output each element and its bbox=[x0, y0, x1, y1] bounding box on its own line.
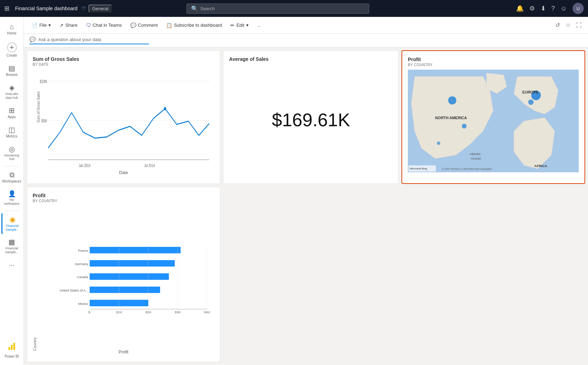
feedback-icon[interactable]: ☺ bbox=[561, 5, 567, 12]
svg-text:$5M: $5M bbox=[41, 119, 47, 123]
svg-text:Jan 2014: Jan 2014 bbox=[79, 163, 91, 168]
toolbar-right: ↺ ☆ ⛶ bbox=[553, 20, 584, 31]
sidebar-item-apps[interactable]: ⊞ Apps bbox=[1, 104, 22, 122]
sidebar-item-onelake[interactable]: ◈ OneLakedata hub bbox=[1, 81, 22, 103]
svg-point-14 bbox=[462, 124, 467, 129]
gross-sales-title: Sum of Gross Sales bbox=[33, 56, 214, 62]
ask-question-input-area[interactable]: 💬 Ask a question about your data bbox=[30, 37, 149, 44]
main-layout: ⌂ Home + Create ▤ Browse ◈ OneLakedata h… bbox=[0, 17, 588, 365]
financial2-icon: ▦ bbox=[8, 238, 15, 245]
svg-text:$10M: $10M bbox=[40, 79, 47, 84]
download-icon[interactable]: ⬇ bbox=[541, 5, 546, 12]
svg-point-13 bbox=[448, 96, 456, 104]
svg-text:Microsoft Bing: Microsoft Bing bbox=[410, 167, 427, 170]
svg-text:Ocean: Ocean bbox=[471, 156, 481, 160]
svg-point-17 bbox=[528, 100, 534, 105]
nav-icon-group: 🔔 ⚙ ⬇ ? ☺ U bbox=[516, 3, 584, 14]
bar-chart-svg: France Germany Canada United States of A… bbox=[38, 206, 214, 351]
sidebar-item-home[interactable]: ⌂ Home bbox=[1, 20, 22, 38]
svg-rect-0 bbox=[8, 347, 10, 350]
sidebar-item-more[interactable]: ··· bbox=[1, 258, 22, 271]
avg-sales-title: Average of Sales bbox=[229, 56, 393, 62]
monitoring-icon: ◎ bbox=[9, 146, 15, 153]
share-icon: ↗ bbox=[59, 23, 64, 28]
sidebar-divider-2 bbox=[5, 211, 19, 211]
avg-sales-value: $169.61K bbox=[272, 109, 350, 130]
svg-text:$1M: $1M bbox=[116, 310, 122, 314]
profit-map-subtitle: BY COUNTRY bbox=[408, 63, 579, 67]
financial1-icon: ◉ bbox=[9, 216, 15, 223]
gross-sales-subtitle: BY DATE bbox=[33, 63, 214, 66]
favorite-button[interactable]: ☆ bbox=[563, 20, 573, 31]
comment-button[interactable]: 💬 Comment bbox=[127, 20, 161, 30]
more-icon: ··· bbox=[9, 261, 15, 268]
svg-text:$4M: $4M bbox=[204, 310, 210, 314]
profit-map-title: Profit bbox=[408, 57, 579, 62]
dashboard: Sum of Gross Sales BY DATE Sum of Gross … bbox=[24, 47, 588, 365]
edit-chevron: ▾ bbox=[246, 23, 249, 28]
sidebar-item-browse[interactable]: ▤ Browse bbox=[1, 62, 22, 80]
svg-point-10 bbox=[164, 107, 166, 110]
toolbar: 📄 File ▾ ↗ Share 🗨 Chat in Teams 💬 Comme… bbox=[24, 17, 588, 34]
settings-icon[interactable]: ⚙ bbox=[529, 5, 535, 12]
apps-icon: ⊞ bbox=[9, 107, 15, 114]
sidebar-divider bbox=[5, 166, 19, 166]
share-button[interactable]: ↗ Share bbox=[56, 20, 81, 30]
subscribe-button[interactable]: 📋 Subscribe to dashboard bbox=[163, 20, 226, 30]
onelake-icon: ◈ bbox=[9, 84, 14, 91]
sidebar-item-financial1[interactable]: ◉ FinancialSample... bbox=[1, 213, 22, 235]
svg-text:NORTH AMERICA: NORTH AMERICA bbox=[435, 116, 467, 120]
gross-sales-card: Sum of Gross Sales BY DATE Sum of Gross … bbox=[27, 50, 220, 184]
sidebar-item-metrics[interactable]: ◫ Metrics bbox=[1, 123, 22, 141]
help-icon[interactable]: ? bbox=[551, 5, 555, 12]
svg-text:Atlantic: Atlantic bbox=[470, 152, 481, 156]
workspaces-icon: ⧉ bbox=[9, 171, 14, 178]
refresh-button[interactable]: ↺ bbox=[553, 20, 562, 31]
teams-icon: 🗨 bbox=[86, 23, 91, 28]
svg-text:Germany: Germany bbox=[75, 262, 88, 266]
comment-icon: 💬 bbox=[130, 23, 136, 28]
grid-icon[interactable]: ⊞ bbox=[4, 5, 9, 12]
search-input[interactable] bbox=[200, 6, 365, 11]
file-button[interactable]: 📄 File ▾ bbox=[28, 20, 54, 30]
chat-in-teams-button[interactable]: 🗨 Chat in Teams bbox=[83, 20, 125, 30]
svg-rect-27 bbox=[90, 247, 181, 253]
svg-text:Mexico: Mexico bbox=[78, 302, 88, 306]
svg-text:$-: $- bbox=[89, 310, 91, 314]
sidebar-item-workspaces[interactable]: ⧉ Workspaces bbox=[1, 168, 22, 186]
sidebar-item-powerbi[interactable]: Power BI bbox=[1, 339, 22, 361]
avatar[interactable]: U bbox=[573, 3, 584, 14]
profit-bar-subtitle: BY COUNTRY bbox=[33, 199, 214, 203]
svg-text:United States of A...: United States of A... bbox=[60, 289, 88, 292]
sidebar-item-create[interactable]: + Create bbox=[1, 40, 22, 60]
file-chevron: ▾ bbox=[48, 23, 51, 28]
search-icon: 🔍 bbox=[191, 5, 198, 12]
svg-text:Canada: Canada bbox=[77, 276, 89, 279]
sidebar-item-monitoring[interactable]: ◎ Monitoringhub bbox=[1, 143, 22, 164]
shield-icon: 🛡 bbox=[81, 6, 86, 11]
ask-question-placeholder: Ask a question about your data bbox=[38, 37, 101, 42]
svg-text:AFRICA: AFRICA bbox=[534, 164, 547, 168]
myworkspace-icon: 👤 bbox=[8, 191, 16, 197]
notification-icon[interactable]: 🔔 bbox=[516, 5, 524, 12]
nav-title: Financial Sample dashboard bbox=[15, 6, 77, 11]
svg-rect-33 bbox=[90, 287, 160, 293]
ask-bar: 💬 Ask a question about your data bbox=[24, 34, 588, 47]
fullscreen-button[interactable]: ⛶ bbox=[574, 20, 584, 31]
avg-sales-card: Average of Sales $169.61K bbox=[223, 50, 399, 184]
sidebar-item-myworkspace[interactable]: 👤 Myworkspace bbox=[1, 188, 22, 209]
profit-bar-card: Profit BY COUNTRY Country France Germany… bbox=[27, 187, 220, 362]
svg-rect-29 bbox=[90, 260, 175, 267]
svg-text:Jul 2014: Jul 2014 bbox=[144, 163, 155, 168]
edit-button[interactable]: ✏ Edit ▾ bbox=[227, 20, 252, 30]
svg-text:$2M: $2M bbox=[145, 310, 151, 314]
metrics-icon: ◫ bbox=[8, 126, 15, 133]
general-badge[interactable]: General bbox=[89, 5, 112, 13]
svg-text:© 2023 TomTom, © 2023 Microsof: © 2023 TomTom, © 2023 Microsoft Corporat… bbox=[442, 168, 492, 171]
more-options-button[interactable]: ... bbox=[254, 20, 264, 30]
sidebar-item-financial2[interactable]: ▦ FinancialSample... bbox=[1, 236, 22, 257]
svg-text:$3M: $3M bbox=[175, 310, 181, 314]
browse-icon: ▤ bbox=[8, 65, 15, 72]
content-area: 📄 File ▾ ↗ Share 🗨 Chat in Teams 💬 Comme… bbox=[24, 17, 588, 365]
y-axis-label: Sum of Gross Sales bbox=[37, 91, 40, 122]
